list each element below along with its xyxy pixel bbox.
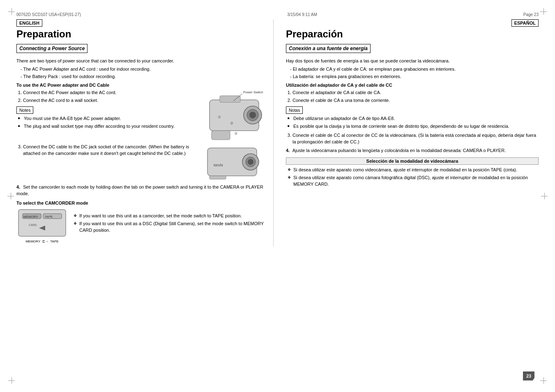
svg-rect-4 [220, 96, 240, 102]
spanish-column: ESPAÑOL Preparación Conexión a una fuent… [282, 19, 539, 247]
english-section1: Connecting a Power Source [16, 44, 269, 55]
camcorder-image-1: ① ② ③ Power Switch [197, 90, 269, 144]
step-3: Connect the DC cable to the DC jack sock… [23, 144, 198, 157]
list-item: El adaptador de CA y el cable de CA: se … [290, 66, 539, 73]
es-note-1: Debe utilizarse un adaptador de CA de ti… [288, 115, 539, 122]
es-step-4: Ajuste la videocámara pulsando la lengüe… [292, 148, 506, 153]
spanish-subsection2-heading: Selección de la modalidad de videocámara [286, 157, 539, 165]
spanish-lang-badge: ESPAÑOL [511, 19, 539, 27]
svg-point-3 [249, 112, 256, 118]
spanish-intro: Hay dos tipos de fuentes de energía a la… [286, 58, 539, 65]
english-steps-1-2: Connect the AC Power adapter to the AC c… [16, 90, 269, 144]
svg-point-14 [248, 159, 253, 165]
english-column: ENGLISH Preparation Connecting a Power S… [16, 19, 274, 247]
svg-text:MAIN: MAIN [214, 163, 223, 167]
doc-date: 3/15/04 9:11 AM [287, 12, 317, 17]
es-mode-item-1: Si desea utilizar este aparato como vide… [288, 167, 539, 173]
spanish-section1: Conexión a una fuente de energía [286, 44, 539, 55]
svg-rect-15 [210, 176, 226, 179]
english-step3-area: Connect the DC cable to the DC jack sock… [16, 144, 269, 182]
english-title: Preparation [16, 28, 269, 40]
svg-text:TAPE: TAPE [44, 215, 53, 219]
camcorder-svg-2: MAIN [201, 144, 269, 181]
svg-text:②: ② [230, 121, 233, 125]
page-container: 00762D SCD107 USA+ESP(01-27) 3/15/04 9:1… [0, 0, 555, 392]
spanish-section1-heading: Conexión a una fuente de energía [286, 44, 371, 53]
es-step-1: Conecte el adaptador de CA al cable de C… [292, 90, 539, 96]
english-subsection2-list: If you want to use this unit as a camcor… [72, 213, 269, 235]
svg-text:CARD: CARD [29, 224, 37, 226]
svg-text:MEMORY: MEMORY [23, 215, 39, 219]
spanish-lang-badge-container: ESPAÑOL [286, 19, 539, 27]
corner-crosshair-bl [8, 377, 15, 384]
svg-text:①: ① [218, 115, 221, 119]
numbered-list-1-2: Connect the AC Power adapter to the AC c… [16, 90, 193, 104]
step4-number: 4. [16, 184, 20, 189]
step-2: Connect the AC cord to a wall socket. [23, 97, 193, 104]
list-item: La batería: se emplea para grabaciones e… [290, 74, 539, 80]
step-4: Set the camcorder to each mode by holdin… [16, 184, 263, 196]
spanish-notes-list: Debe utilizarse un adaptador de CA de ti… [286, 115, 539, 130]
doc-id: 00762D SCD107 USA+ESP(01-27) [16, 12, 81, 17]
english-intro: There are two types of power source that… [16, 58, 269, 65]
note-1: You must use the AA-E8 type AC power ada… [18, 115, 193, 122]
svg-text:③: ③ [234, 131, 237, 136]
corner-crosshair-br [540, 377, 547, 384]
mid-left-crosshair [7, 193, 14, 199]
step3-text-col: Connect the DC cable to the DC jack sock… [16, 144, 198, 182]
spanish-title: Preparación [286, 28, 539, 40]
mode-selector-image: MEMORY TAPE CARD MEMORY ⊏→ TAPE [16, 208, 68, 243]
doc-page: Page 23 [523, 12, 539, 17]
es-step4-number: 4. [286, 148, 290, 153]
corner-crosshair-tl [8, 8, 15, 15]
english-section1-list: The AC Power Adapter and AC cord : used … [16, 66, 269, 80]
mode-item-2: If you want to use this unit as a DSC (D… [74, 221, 269, 234]
camcorder-svg-1: ① ② ③ Power Switch [197, 90, 269, 143]
mid-right-crosshair [541, 193, 548, 199]
english-notes-list: You must use the AA-E8 type AC power ada… [16, 115, 193, 130]
svg-text:Power Switch: Power Switch [243, 90, 263, 94]
step4-container: 4. Set the camcorder to each mode by hol… [16, 184, 269, 197]
english-steps-text: Connect the AC Power adapter to the AC c… [16, 90, 193, 144]
english-subsection2-heading: To select the CAMCORDER mode [16, 201, 269, 205]
es-mode-item-2: Si desea utilizar este aparato como cáma… [288, 175, 539, 188]
main-columns: ENGLISH Preparation Connecting a Power S… [16, 19, 539, 247]
es-step-3: Conecte el cable de CC al conector de CC… [292, 132, 539, 145]
svg-rect-5 [212, 131, 230, 140]
es-step4-container: 4. Ajuste la videocámara pulsando la len… [286, 148, 539, 154]
mode-selector-svg: MEMORY TAPE CARD [16, 208, 68, 238]
english-lang-badge: ENGLISH [16, 19, 269, 27]
spanish-section1-list: El adaptador de CA y el cable de CA: se … [286, 66, 539, 80]
top-header: 00762D SCD107 USA+ESP(01-27) 3/15/04 9:1… [16, 12, 539, 17]
es-note-2: Es posible que la clavija y la toma de c… [288, 123, 539, 130]
es-step-2: Conecte el cable de CA a una toma de cor… [292, 97, 539, 104]
mode-selector-caption: MEMORY ⊏→ TAPE [16, 239, 68, 243]
numbered-list-3: Connect the DC cable to the DC jack sock… [16, 144, 198, 157]
corner-crosshair-tr [540, 8, 547, 15]
spanish-subsection1-heading: Utilización del adaptador de CA y del ca… [286, 83, 539, 88]
list-item: The Battery Pack : used for outdoor reco… [21, 74, 269, 80]
list-item: The AC Power Adapter and AC cord : used … [21, 66, 269, 73]
spanish-notes-label: Notas [286, 106, 303, 114]
camcorder-image-2: MAIN [201, 144, 269, 182]
spanish-steps-1-2: Conecte el adaptador de CA al cable de C… [286, 90, 539, 132]
spanish-steps-text: Conecte el adaptador de CA al cable de C… [286, 90, 539, 132]
english-bottom-row: MEMORY TAPE CARD MEMORY ⊏→ TAPE If you w… [16, 208, 269, 243]
note-2: The plug and wall socket type may differ… [18, 123, 193, 130]
english-subsection1-heading: To use the AC Power adapter and DC Cable [16, 83, 269, 88]
mode-item-1: If you want to use this unit as a camcor… [74, 213, 269, 219]
step-1: Connect the AC Power adapter to the AC c… [23, 90, 193, 96]
spanish-subsection2-list: Si desea utilizar este aparato como vide… [286, 167, 539, 188]
notes-label: Notes [16, 106, 33, 114]
spanish-numbered-list-1-2: Conecte el adaptador de CA al cable de C… [286, 90, 539, 104]
spanish-numbered-list-3: Conecte el cable de CC al conector de CC… [286, 132, 539, 145]
english-section1-heading: Connecting a Power Source [16, 44, 88, 53]
page-number-badge: 23 [523, 371, 534, 380]
